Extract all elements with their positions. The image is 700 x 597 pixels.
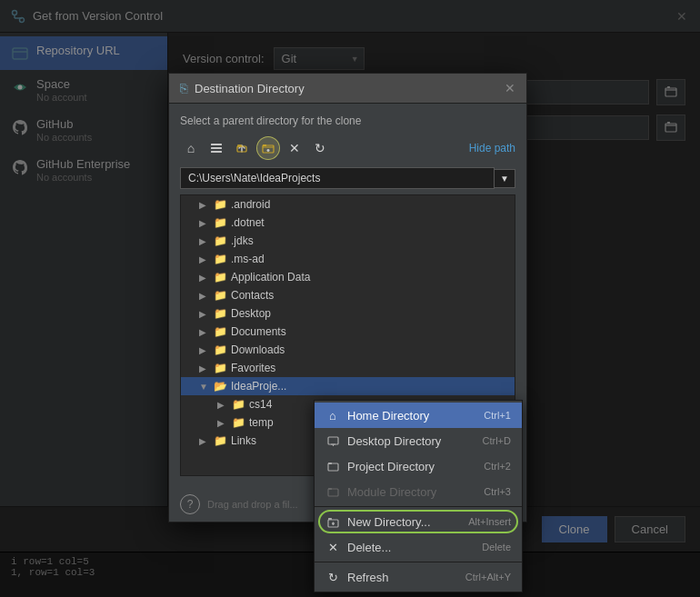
ctx-label-refresh: Refresh	[347, 571, 458, 584]
ctx-item-refresh[interactable]: ↻ Refresh Ctrl+Alt+Y	[315, 564, 522, 590]
path-dropdown-btn[interactable]: ▼	[495, 169, 515, 188]
module-directory-icon	[325, 484, 340, 499]
ctx-shortcut-project-directory: Ctrl+2	[484, 461, 511, 472]
ctx-shortcut-delete: Delete	[482, 542, 511, 552]
folder-icon: 📁	[214, 253, 227, 265]
modal-title-icon: ⎘	[180, 81, 187, 95]
svg-rect-25	[328, 463, 332, 464]
modal-close-button[interactable]: ✕	[505, 81, 515, 95]
folder-icon: 📁	[214, 325, 227, 338]
tree-item-app-data[interactable]: ▶ 📁 Application Data	[181, 268, 515, 286]
tree-item-android[interactable]: ▶ 📁 .android	[181, 195, 515, 214]
context-menu: ⌂ Home Directory Ctrl+1 Desktop Director…	[314, 400, 523, 592]
modal-title-bar: ⎘ Destination Directory ✕	[169, 74, 526, 104]
folder-icon: 📁	[214, 198, 227, 211]
ctx-label-module-directory: Module Directory	[347, 485, 476, 499]
ctx-label-project-directory: Project Directory	[347, 460, 476, 473]
list-view-toolbar-btn[interactable]	[205, 137, 227, 159]
tree-item-contacts[interactable]: ▶ 📁 Contacts	[181, 286, 515, 304]
folder-icon: 📁	[214, 289, 227, 302]
modal-subtitle: Select a parent directory for the clone	[180, 114, 515, 127]
folder-icon: 📁	[214, 362, 227, 374]
project-directory-icon	[325, 459, 340, 473]
path-input[interactable]	[180, 167, 495, 189]
ctx-separator-2	[315, 562, 522, 562]
refresh-icon: ↻	[325, 570, 340, 584]
folder-icon: 📁	[214, 434, 227, 447]
tree-item-ms-ad[interactable]: ▶ 📁 .ms-ad	[181, 250, 515, 268]
ctx-shortcut-home-directory: Ctrl+1	[484, 410, 511, 421]
tree-item-dotnet[interactable]: ▶ 📁 .dotnet	[181, 214, 515, 232]
folder-icon: 📁	[214, 234, 227, 247]
ctx-item-new-directory[interactable]: New Directory... Alt+Insert	[315, 509, 522, 534]
svg-rect-18	[263, 144, 266, 146]
ctx-item-desktop-directory[interactable]: Desktop Directory Ctrl+D	[315, 428, 522, 453]
tree-item-jdks[interactable]: ▶ 📁 .jdks	[181, 232, 515, 250]
svg-rect-12	[211, 144, 222, 145]
tree-item-favorites[interactable]: ▶ 📁 Favorites	[181, 359, 515, 377]
tree-item-documents[interactable]: ▶ 📁 Documents	[181, 323, 515, 341]
ctx-separator-1	[315, 506, 522, 507]
folder-up-toolbar-btn[interactable]	[231, 137, 253, 159]
tree-item-idea-projects[interactable]: ▼ 📂 IdeaProje...	[181, 377, 515, 395]
folder-icon: 📁	[232, 398, 245, 411]
ctx-item-delete[interactable]: ✕ Delete... Delete	[315, 534, 522, 560]
folder-icon: 📁	[214, 307, 227, 320]
delete-toolbar-btn[interactable]: ✕	[284, 137, 305, 159]
ctx-shortcut-new-directory: Alt+Insert	[468, 516, 511, 527]
modal-title: Destination Directory	[195, 82, 497, 95]
ctx-shortcut-module-directory: Ctrl+3	[484, 486, 511, 497]
ctx-item-home-directory[interactable]: ⌂ Home Directory Ctrl+1	[315, 403, 522, 428]
ctx-item-project-directory[interactable]: Project Directory Ctrl+2	[315, 453, 522, 479]
new-directory-icon	[325, 514, 340, 529]
folder-icon: 📁	[214, 271, 227, 284]
ctx-label-delete: Delete...	[347, 541, 475, 554]
folder-open-icon: 📂	[214, 380, 227, 393]
folder-icon: 📁	[232, 416, 245, 429]
help-button[interactable]: ?	[180, 494, 200, 514]
ctx-label-new-directory: New Directory...	[347, 515, 461, 529]
svg-rect-27	[328, 488, 332, 490]
svg-rect-29	[328, 518, 332, 520]
path-dropdown: ▼	[180, 167, 515, 189]
ctx-shortcut-desktop-directory: Ctrl+D	[483, 435, 511, 446]
tree-item-desktop[interactable]: ▶ 📁 Desktop	[181, 304, 515, 323]
hide-path-button[interactable]: Hide path	[469, 142, 515, 154]
home-directory-icon: ⌂	[325, 408, 340, 423]
svg-rect-14	[211, 151, 222, 153]
svg-rect-26	[328, 489, 338, 496]
new-folder-toolbar-btn[interactable]	[256, 136, 280, 160]
folder-icon: 📁	[214, 216, 227, 229]
desktop-directory-icon	[325, 433, 340, 448]
dir-toolbar: ⌂	[180, 136, 515, 160]
ctx-shortcut-refresh: Ctrl+Alt+Y	[465, 572, 511, 582]
ctx-item-module-directory: Module Directory Ctrl+3	[315, 479, 522, 504]
svg-rect-24	[328, 463, 338, 471]
refresh-toolbar-btn[interactable]: ↻	[309, 137, 331, 159]
home-dir-toolbar-btn[interactable]: ⌂	[180, 137, 202, 159]
folder-icon: 📁	[214, 343, 227, 356]
ctx-label-home-directory: Home Directory	[347, 409, 476, 423]
delete-icon: ✕	[325, 540, 340, 554]
ctx-label-desktop-directory: Desktop Directory	[347, 434, 475, 448]
svg-rect-13	[211, 147, 222, 149]
tree-item-downloads[interactable]: ▶ 📁 Downloads	[181, 341, 515, 359]
svg-rect-21	[328, 437, 338, 444]
